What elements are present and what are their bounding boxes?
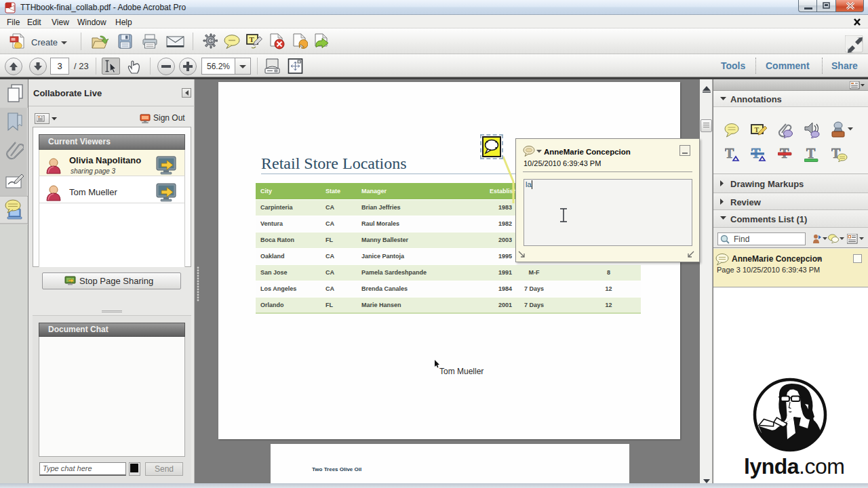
svg-text:T: T [250,35,255,43]
svg-text:T: T [755,126,760,134]
svg-text:T: T [725,146,734,161]
svg-text:T: T [806,146,816,161]
